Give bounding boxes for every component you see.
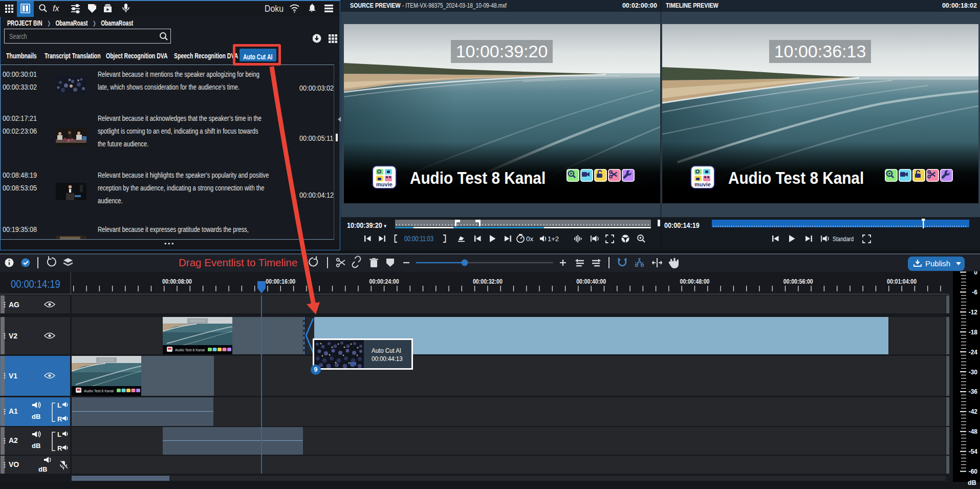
svg-text:Audio Test 8 Kanal: Audio Test 8 Kanal xyxy=(175,348,205,352)
svg-text:00:00:56:00: 00:00:56:00 xyxy=(783,278,813,285)
svg-text:R: R xyxy=(57,444,62,452)
svg-text:00:00:40:00: 00:00:40:00 xyxy=(576,278,606,285)
svg-text:-12: -12 xyxy=(969,309,978,316)
svg-text:L: L xyxy=(57,401,61,409)
svg-text:muvie: muvie xyxy=(376,181,393,187)
svg-text:-24: -24 xyxy=(969,349,978,356)
svg-text:fx: fx xyxy=(53,4,59,13)
svg-text:0: 0 xyxy=(974,271,977,276)
svg-text:00:00:48:00: 00:00:48:00 xyxy=(680,278,710,285)
svg-text:-60: -60 xyxy=(969,468,978,475)
svg-text:R: R xyxy=(57,415,62,423)
svg-text:00:00:16:00: 00:00:16:00 xyxy=(266,278,295,285)
svg-text:muvie: muvie xyxy=(694,181,711,187)
svg-text:-30: -30 xyxy=(969,369,978,376)
svg-text:-6: -6 xyxy=(972,289,977,296)
svg-text:Audio Test 8 Kanal: Audio Test 8 Kanal xyxy=(84,389,114,393)
svg-text:-18: -18 xyxy=(969,329,978,336)
svg-text:-54: -54 xyxy=(969,448,978,455)
svg-text:Standard: Standard xyxy=(833,236,854,243)
svg-text:00:00:08:00: 00:00:08:00 xyxy=(162,278,192,285)
svg-text:dB: dB xyxy=(32,413,40,420)
svg-text:-36: -36 xyxy=(969,388,978,395)
svg-text:dB: dB xyxy=(38,465,47,473)
svg-text:L: L xyxy=(57,431,61,438)
svg-text:00:00:24:00: 00:00:24:00 xyxy=(369,278,399,285)
svg-text:00:00:32:00: 00:00:32:00 xyxy=(473,278,503,285)
svg-text:-48: -48 xyxy=(969,428,978,435)
svg-text:dB: dB xyxy=(32,442,40,450)
svg-text:Doku: Doku xyxy=(265,3,284,14)
svg-text:0x: 0x xyxy=(526,235,534,243)
svg-text:1+2: 1+2 xyxy=(548,235,559,243)
svg-text:00:01:04:00: 00:01:04:00 xyxy=(887,278,917,285)
svg-text:00:00:11:03: 00:00:11:03 xyxy=(404,235,433,243)
svg-text:-42: -42 xyxy=(969,408,978,415)
